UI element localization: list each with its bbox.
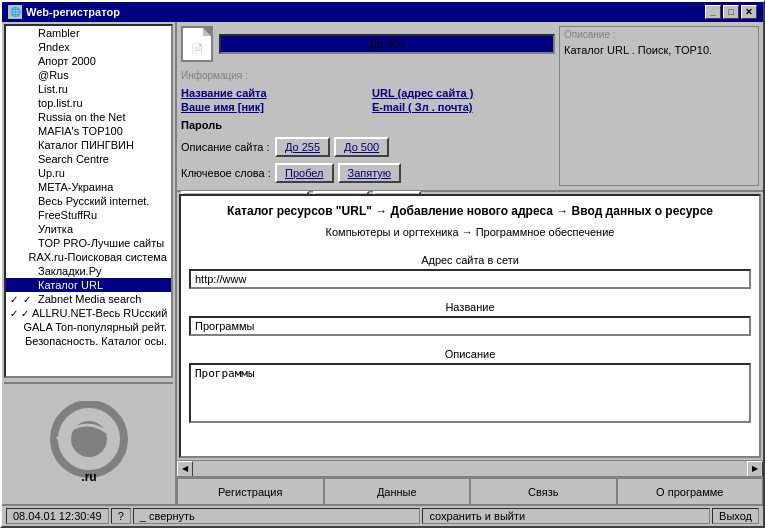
- browser-container: Каталог ресурсов "URL" → Добавление ново…: [177, 192, 763, 476]
- check-icon: ✓: [23, 294, 35, 305]
- sidebar-item-label: Закладки.Ру: [38, 265, 102, 277]
- sidebar-item-12[interactable]: Весь Русский internet.: [6, 194, 171, 208]
- logo-svg: .ru: [49, 401, 129, 486]
- sidebar-item-4[interactable]: List.ru: [6, 82, 171, 96]
- address-section: Адрес сайта в сети: [189, 254, 751, 289]
- sidebar-item-11[interactable]: META-Украина: [6, 180, 171, 194]
- sub-breadcrumb: Компьютеры и оргтехника → Программное об…: [189, 226, 751, 238]
- status-datetime: 08.04.01 12:30:49: [6, 508, 109, 524]
- address-input[interactable]: [189, 269, 751, 289]
- sidebar-item-14[interactable]: Улитка: [6, 222, 171, 236]
- field-url[interactable]: URL (адрес сайта ): [372, 87, 555, 99]
- sidebar-item-5[interactable]: top.list.ru: [6, 96, 171, 110]
- close-button[interactable]: ✕: [741, 5, 757, 19]
- sidebar-item-10[interactable]: Up.ru: [6, 166, 171, 180]
- field-email[interactable]: E-mail ( Зл . почта): [372, 101, 555, 113]
- desc-section: Описание: [189, 348, 751, 425]
- field-site-name[interactable]: Название сайта: [181, 87, 364, 99]
- sidebar-item-label: Up.ru: [38, 167, 65, 179]
- sidebar-item-label: Каталог ПИНГВИН: [38, 139, 134, 151]
- name-input[interactable]: [189, 316, 751, 336]
- sidebar-item-2[interactable]: Апорт 2000: [6, 54, 171, 68]
- sidebar-item-0[interactable]: Rambler: [6, 26, 171, 40]
- scroll-left-btn[interactable]: ◀: [177, 461, 193, 477]
- kw-btn2[interactable]: Запятую: [338, 163, 402, 183]
- sidebar-item-label: Search Centre: [38, 153, 109, 165]
- browser-area[interactable]: Каталог ресурсов "URL" → Добавление ново…: [179, 194, 761, 458]
- top-info: 📄 До 500 Информация : Название сайта URL…: [177, 22, 763, 192]
- sidebar-item-label: top.list.ru: [38, 97, 83, 109]
- maximize-button[interactable]: □: [723, 5, 739, 19]
- window-icon: 🌐: [8, 5, 22, 19]
- field-password[interactable]: Пароль: [181, 119, 555, 131]
- progress-label: До 500: [221, 36, 553, 52]
- sidebar-item-21[interactable]: GALA Топ-популярный рейт.: [6, 320, 171, 334]
- bottom-tabs: Регистрация Данные Связь О программе: [177, 476, 763, 504]
- status-bar: 08.04.01 12:30:49 ? _ свернуть сохранить…: [2, 504, 763, 526]
- desc-label: Описание сайта :: [181, 141, 271, 153]
- sidebar-item-15[interactable]: TOP PRO-Лучшие сайты: [6, 236, 171, 250]
- desc-btn1[interactable]: До 255: [275, 137, 330, 157]
- scroll-track[interactable]: [193, 461, 747, 476]
- sidebar-item-16[interactable]: RAX.ru-Поисковая система: [6, 250, 171, 264]
- desc-textarea[interactable]: [189, 363, 751, 423]
- status-collapse[interactable]: _ свернуть: [133, 508, 421, 524]
- sidebar-item-9[interactable]: Search Centre: [6, 152, 171, 166]
- sidebar-item-18[interactable]: Каталог URL: [6, 278, 171, 292]
- sidebar-item-label: META-Украина: [38, 181, 113, 193]
- sidebar-item-label: List.ru: [38, 83, 68, 95]
- desc-btn2[interactable]: До 500: [334, 137, 389, 157]
- sidebar-item-label: Каталог URL: [38, 279, 103, 291]
- tab-registration[interactable]: Регистрация: [177, 478, 324, 504]
- sidebar-item-1[interactable]: Яndex: [6, 40, 171, 54]
- window-title: Web-регистратор: [26, 6, 120, 18]
- sidebar-item-label: FreeStuffRu: [38, 209, 97, 221]
- logo-area: .ru: [4, 382, 173, 502]
- tab-data[interactable]: Данные: [324, 478, 471, 504]
- sidebar-item-label: @Rus: [38, 69, 69, 81]
- progress-bar: До 500: [219, 34, 555, 54]
- desc-panel-text: Каталог URL . Поиск, TOP10.: [564, 44, 754, 56]
- description-panel: Описание : Каталог URL . Поиск, TOP10.: [559, 26, 759, 186]
- status-question[interactable]: ?: [111, 508, 131, 524]
- sidebar-item-label: MAFIA's TOP100: [38, 125, 123, 137]
- sidebar-item-20[interactable]: ✓ALLRU.NET-Весь RUcский и.: [6, 306, 171, 320]
- site-list[interactable]: RamblerЯndexАпорт 2000@RusList.rutop.lis…: [4, 24, 173, 378]
- desc-panel-title: Описание :: [564, 29, 754, 40]
- sidebar-item-label: Zabnet Media search: [38, 293, 141, 305]
- progress-area: 📄 До 500: [181, 26, 555, 62]
- status-exit[interactable]: Выход: [712, 508, 759, 524]
- sidebar-item-label: Яndex: [38, 41, 70, 53]
- sidebar-item-6[interactable]: Russia on the Net: [6, 110, 171, 124]
- sidebar-item-label: ALLRU.NET-Весь RUcский и.: [32, 307, 173, 319]
- sidebar-item-label: Апорт 2000: [38, 55, 96, 67]
- sidebar-item-label: Улитка: [38, 223, 73, 235]
- sidebar-item-label: TOP PRO-Лучшие сайты: [38, 237, 164, 249]
- description-row: Описание сайта : До 255 До 500: [181, 137, 555, 157]
- sidebar-item-19[interactable]: ✓Zabnet Media search: [6, 292, 171, 306]
- sidebar-item-7[interactable]: MAFIA's TOP100: [6, 124, 171, 138]
- sidebar-item-label: RAX.ru-Поисковая система: [28, 251, 167, 263]
- tab-link[interactable]: Связь: [470, 478, 617, 504]
- sidebar-item-label: Russia on the Net: [38, 111, 125, 123]
- status-save-exit[interactable]: сохранить и выйти: [422, 508, 710, 524]
- check-icon: ✓: [21, 308, 29, 319]
- field-your-name[interactable]: Ваше имя [ник]: [181, 101, 364, 113]
- tab-about[interactable]: О программе: [617, 478, 764, 504]
- address-label: Адрес сайта в сети: [189, 254, 751, 266]
- minimize-button[interactable]: _: [705, 5, 721, 19]
- horizontal-scrollbar[interactable]: ◀ ▶: [177, 460, 763, 476]
- svg-text:.ru: .ru: [81, 470, 96, 484]
- sidebar-item-3[interactable]: @Rus: [6, 68, 171, 82]
- sidebar-item-13[interactable]: FreeStuffRu: [6, 208, 171, 222]
- info-title: Информация :: [181, 70, 555, 81]
- sidebar-item-8[interactable]: Каталог ПИНГВИН: [6, 138, 171, 152]
- sidebar-item-17[interactable]: Закладки.Ру: [6, 264, 171, 278]
- kw-btn1[interactable]: Пробел: [275, 163, 334, 183]
- scroll-right-btn[interactable]: ▶: [747, 461, 763, 477]
- title-buttons: _ □ ✕: [705, 5, 757, 19]
- sidebar-item-label: GALA Топ-популярный рейт.: [23, 321, 167, 333]
- sidebar-item-22[interactable]: Безопасность. Каталог осы.: [6, 334, 171, 348]
- left-panel: RamblerЯndexАпорт 2000@RusList.rutop.lis…: [2, 22, 177, 504]
- title-bar: 🌐 Web-регистратор _ □ ✕: [2, 2, 763, 22]
